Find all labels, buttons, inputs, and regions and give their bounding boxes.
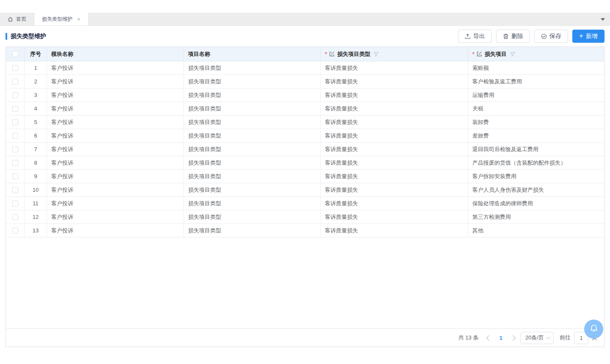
save-button-label: 保存 bbox=[549, 33, 561, 40]
cell-seq: 13 bbox=[25, 224, 47, 237]
row-checkbox-cell[interactable] bbox=[6, 61, 25, 74]
tab-bar: 首页 损失类型维护 × bbox=[0, 13, 610, 26]
add-button[interactable]: + 新增 bbox=[572, 30, 604, 43]
cell-loss-item[interactable]: 关税 bbox=[468, 102, 604, 115]
table-row: 2客户投诉损失项目类型客诉质量损失客户检验及返工费用 bbox=[6, 75, 604, 88]
table-row: 13客户投诉损失项目类型客诉质量损失其他 bbox=[6, 224, 604, 237]
cell-loss-type[interactable]: 客诉质量损失 bbox=[321, 88, 468, 102]
table-row: 12客户投诉损失项目类型客诉质量损失第三方检测费用 bbox=[6, 210, 604, 224]
cell-loss-type[interactable]: 客诉质量损失 bbox=[321, 224, 468, 237]
row-checkbox-cell[interactable] bbox=[6, 224, 25, 237]
cell-loss-type[interactable]: 客诉质量损失 bbox=[321, 143, 468, 156]
cell-loss-type[interactable]: 客诉质量损失 bbox=[321, 170, 468, 183]
cell-loss-item[interactable]: 差旅费 bbox=[468, 129, 604, 142]
cell-loss-item[interactable]: 其他 bbox=[468, 224, 604, 237]
row-checkbox[interactable] bbox=[12, 160, 18, 166]
row-checkbox-cell[interactable] bbox=[6, 116, 25, 129]
cell-loss-item[interactable]: 客户拆卸安装费用 bbox=[468, 170, 604, 183]
row-checkbox-cell[interactable] bbox=[6, 75, 25, 88]
cell-project: 损失项目类型 bbox=[184, 88, 321, 102]
cell-loss-type[interactable]: 客诉质量损失 bbox=[321, 102, 468, 115]
cell-loss-type[interactable]: 客诉质量损失 bbox=[321, 156, 468, 169]
row-checkbox[interactable] bbox=[12, 65, 18, 71]
table-row: 9客户投诉损失项目类型客诉质量损失客户拆卸安装费用 bbox=[6, 170, 604, 183]
page-size-select[interactable]: 20条/页 bbox=[521, 332, 554, 344]
cell-module: 客户投诉 bbox=[47, 88, 184, 102]
row-checkbox[interactable] bbox=[12, 228, 18, 234]
cell-loss-type[interactable]: 客诉质量损失 bbox=[321, 75, 468, 88]
export-button-label: 导出 bbox=[473, 33, 485, 40]
cell-project: 损失项目类型 bbox=[184, 170, 321, 183]
page-number-current[interactable]: 1 bbox=[497, 335, 505, 341]
filter-funnel-icon[interactable] bbox=[374, 52, 379, 57]
title-toolbar-row: 损失类型维护 导出 删除 bbox=[0, 26, 610, 47]
row-checkbox-cell[interactable] bbox=[6, 129, 25, 142]
row-checkbox[interactable] bbox=[12, 146, 18, 152]
cell-module: 客户投诉 bbox=[47, 143, 184, 156]
home-icon bbox=[8, 17, 13, 22]
cell-loss-type[interactable]: 客诉质量损失 bbox=[321, 61, 468, 74]
cell-loss-item[interactable]: 运输费用 bbox=[468, 88, 604, 102]
row-checkbox[interactable] bbox=[12, 119, 18, 125]
row-checkbox[interactable] bbox=[12, 92, 18, 98]
cell-loss-item[interactable]: 客户人员人身伤害及财产损失 bbox=[468, 183, 604, 196]
cell-loss-type[interactable]: 客诉质量损失 bbox=[321, 210, 468, 223]
row-checkbox-cell[interactable] bbox=[6, 183, 25, 196]
save-button[interactable]: 保存 bbox=[534, 30, 568, 43]
cell-module: 客户投诉 bbox=[47, 197, 184, 210]
cell-module: 客户投诉 bbox=[47, 170, 184, 183]
row-checkbox[interactable] bbox=[12, 79, 18, 85]
cell-loss-item[interactable]: 第三方检测费用 bbox=[468, 210, 604, 223]
export-button[interactable]: 导出 bbox=[458, 30, 492, 43]
bell-icon bbox=[589, 323, 599, 335]
row-checkbox-cell[interactable] bbox=[6, 197, 25, 210]
row-checkbox[interactable] bbox=[12, 214, 18, 220]
cell-seq: 2 bbox=[25, 75, 47, 88]
header-module-name: 模块名称 bbox=[47, 47, 184, 61]
cell-loss-item[interactable]: 索赔额 bbox=[468, 61, 604, 74]
tab-home[interactable]: 首页 bbox=[0, 13, 34, 25]
tab-loss-type-maintenance[interactable]: 损失类型维护 × bbox=[34, 13, 89, 25]
filter-funnel-icon[interactable] bbox=[510, 52, 515, 57]
cell-loss-item[interactable]: 产品报废的货值（含装配的配件损失） bbox=[468, 156, 604, 169]
delete-button[interactable]: 删除 bbox=[496, 30, 530, 43]
cell-loss-type[interactable]: 客诉质量损失 bbox=[321, 116, 468, 129]
prev-page-button[interactable] bbox=[486, 335, 492, 341]
header-seq: 序号 bbox=[25, 47, 47, 61]
table-row: 7客户投诉损失项目类型客诉质量损失退回我司后检验及返工费用 bbox=[6, 143, 604, 156]
row-checkbox-cell[interactable] bbox=[6, 210, 25, 223]
row-checkbox-cell[interactable] bbox=[6, 88, 25, 102]
row-checkbox[interactable] bbox=[12, 187, 18, 193]
cell-loss-type[interactable]: 客诉质量损失 bbox=[321, 197, 468, 210]
row-checkbox[interactable] bbox=[12, 201, 18, 207]
goto-label: 前往 bbox=[560, 334, 571, 342]
cell-loss-item[interactable]: 退回我司后检验及返工费用 bbox=[468, 143, 604, 156]
cell-module: 客户投诉 bbox=[47, 75, 184, 88]
pagination-bar: 共 13 条 1 20条/页 前往 页 bbox=[6, 328, 604, 347]
cell-loss-item[interactable]: 保险处理造成的律师费用 bbox=[468, 197, 604, 210]
close-icon[interactable]: × bbox=[77, 17, 80, 22]
row-checkbox-cell[interactable] bbox=[6, 102, 25, 115]
cell-loss-type[interactable]: 客诉质量损失 bbox=[321, 129, 468, 142]
tab-list-caret-down-icon[interactable] bbox=[601, 18, 605, 21]
notification-bell-button[interactable] bbox=[584, 320, 603, 339]
select-all-checkbox[interactable] bbox=[12, 51, 18, 57]
row-checkbox-cell[interactable] bbox=[6, 143, 25, 156]
cell-project: 损失项目类型 bbox=[184, 197, 321, 210]
next-page-button[interactable] bbox=[510, 335, 516, 341]
table-row: 3客户投诉损失项目类型客诉质量损失运输费用 bbox=[6, 88, 604, 102]
row-checkbox[interactable] bbox=[12, 174, 18, 179]
cell-seq: 8 bbox=[25, 156, 47, 169]
page-title-text: 损失类型维护 bbox=[11, 33, 46, 40]
cell-loss-item[interactable]: 客户检验及返工费用 bbox=[468, 75, 604, 88]
row-checkbox-cell[interactable] bbox=[6, 170, 25, 183]
row-checkbox[interactable] bbox=[12, 106, 18, 112]
cell-loss-item[interactable]: 装卸费 bbox=[468, 116, 604, 129]
cell-seq: 5 bbox=[25, 116, 47, 129]
cell-seq: 11 bbox=[25, 197, 47, 210]
row-checkbox[interactable] bbox=[12, 133, 18, 139]
tab-active-label: 损失类型维护 bbox=[42, 16, 72, 23]
row-checkbox-cell[interactable] bbox=[6, 156, 25, 169]
cell-project: 损失项目类型 bbox=[184, 129, 321, 142]
cell-loss-type[interactable]: 客诉质量损失 bbox=[321, 183, 468, 196]
